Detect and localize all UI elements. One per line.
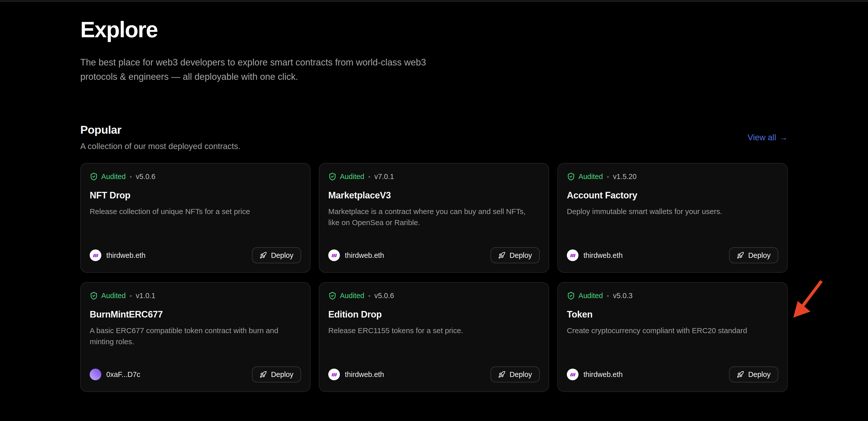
- thirdweb-avatar: [328, 369, 340, 380]
- thirdweb-logo-icon: [569, 372, 576, 377]
- deploy-button[interactable]: Deploy: [729, 366, 778, 383]
- contract-card-account-factory[interactable]: Audited • v1.5.20 Account Factory Deploy…: [557, 163, 788, 273]
- thirdweb-avatar: [567, 250, 578, 261]
- shield-check-icon: [328, 172, 336, 181]
- version-label: v1.0.1: [136, 291, 155, 300]
- version-label: v7.0.1: [374, 172, 394, 181]
- contract-description: Release ERC1155 tokens for a set price.: [328, 326, 528, 337]
- audited-badge: Audited: [328, 172, 364, 181]
- publisher-name: thirdweb.eth: [345, 370, 384, 379]
- popular-cards-grid: Audited • v5.0.6 NFT Drop Release collec…: [80, 163, 788, 392]
- dot-separator: •: [368, 173, 370, 180]
- contract-card-burnminterc677[interactable]: Audited • v1.0.1 BurnMintERC677 A basic …: [80, 282, 311, 392]
- arrow-right-icon: →: [779, 132, 788, 141]
- deploy-button[interactable]: Deploy: [252, 247, 301, 263]
- address-gradient-avatar: [90, 369, 101, 380]
- publisher-link[interactable]: thirdweb.eth: [328, 369, 384, 380]
- popular-header-text: Popular A collection of our most deploye…: [80, 123, 240, 151]
- audited-badge: Audited: [328, 291, 364, 300]
- deploy-button[interactable]: Deploy: [490, 247, 539, 263]
- view-all-label: View all: [748, 132, 776, 141]
- audited-label: Audited: [340, 291, 364, 300]
- thirdweb-avatar: [90, 250, 101, 261]
- shield-check-icon: [328, 291, 336, 300]
- publisher-name: thirdweb.eth: [583, 251, 623, 260]
- version-label: v5.0.6: [136, 172, 155, 181]
- deploy-button[interactable]: Deploy: [490, 366, 539, 383]
- badge-row: Audited • v5.0.6: [90, 172, 301, 181]
- contract-title: NFT Drop: [90, 190, 301, 201]
- badge-row: Audited • v1.0.1: [90, 291, 301, 300]
- deploy-label: Deploy: [271, 251, 293, 260]
- thirdweb-logo-icon: [92, 253, 99, 258]
- thirdweb-logo-icon: [331, 372, 338, 377]
- explore-page: Explore The best place for web3 develope…: [0, 0, 868, 421]
- audited-label: Audited: [579, 291, 603, 300]
- card-footer: thirdweb.eth Deploy: [328, 366, 539, 383]
- deploy-label: Deploy: [748, 251, 770, 260]
- contract-title: Account Factory: [567, 190, 778, 201]
- audited-label: Audited: [101, 172, 126, 181]
- thirdweb-avatar: [567, 369, 578, 380]
- audited-badge: Audited: [90, 172, 126, 181]
- rocket-icon: [737, 371, 744, 378]
- popular-section-title: Popular: [80, 123, 240, 137]
- rocket-icon: [737, 252, 744, 259]
- badge-row: Audited • v5.0.6: [328, 291, 539, 300]
- card-footer: thirdweb.eth Deploy: [567, 247, 778, 263]
- audited-badge: Audited: [567, 291, 603, 300]
- contract-card-nft-drop[interactable]: Audited • v5.0.6 NFT Drop Release collec…: [80, 163, 311, 273]
- version-label: v5.0.6: [374, 291, 394, 300]
- audited-label: Audited: [579, 172, 603, 181]
- card-footer: thirdweb.eth Deploy: [328, 247, 539, 263]
- view-all-link[interactable]: View all →: [748, 132, 787, 141]
- thirdweb-logo-icon: [331, 253, 338, 258]
- contract-title: Edition Drop: [328, 309, 539, 320]
- contract-description: A basic ERC677 compatible token contract…: [90, 326, 289, 348]
- publisher-link[interactable]: thirdweb.eth: [567, 250, 623, 261]
- card-footer: 0xaF...D7c Deploy: [90, 366, 301, 383]
- contract-title: MarketplaceV3: [328, 190, 539, 201]
- deploy-label: Deploy: [510, 370, 532, 379]
- contract-card-marketplacev3[interactable]: Audited • v7.0.1 MarketplaceV3 Marketpla…: [319, 163, 549, 273]
- thirdweb-avatar: [328, 250, 340, 261]
- dot-separator: •: [129, 292, 132, 300]
- contract-card-edition-drop[interactable]: Audited • v5.0.6 Edition Drop Release ER…: [319, 282, 549, 392]
- rocket-icon: [498, 371, 505, 378]
- contract-description: Create cryptocurrency compliant with ERC…: [567, 326, 766, 337]
- publisher-link[interactable]: thirdweb.eth: [328, 250, 384, 261]
- page-title: Explore: [80, 17, 788, 41]
- deploy-button[interactable]: Deploy: [252, 366, 301, 383]
- contract-title: BurnMintERC677: [90, 309, 301, 320]
- shield-check-icon: [567, 172, 575, 181]
- popular-section-header: Popular A collection of our most deploye…: [80, 123, 788, 151]
- dot-separator: •: [129, 173, 132, 180]
- shield-check-icon: [90, 172, 98, 181]
- deploy-label: Deploy: [748, 370, 770, 379]
- badge-row: Audited • v7.0.1: [328, 172, 539, 181]
- publisher-name: thirdweb.eth: [583, 370, 623, 379]
- contract-title: Token: [567, 309, 778, 320]
- deploy-button[interactable]: Deploy: [729, 247, 778, 263]
- publisher-link[interactable]: thirdweb.eth: [567, 369, 623, 380]
- rocket-icon: [498, 252, 505, 259]
- publisher-link[interactable]: thirdweb.eth: [90, 250, 146, 261]
- deploy-label: Deploy: [510, 251, 532, 260]
- badge-row: Audited • v5.0.3: [567, 291, 778, 300]
- page-subtitle: The best place for web3 developers to ex…: [80, 55, 456, 84]
- shield-check-icon: [90, 291, 98, 300]
- contract-description: Deploy immutable smart wallets for your …: [567, 206, 766, 218]
- shield-check-icon: [567, 291, 575, 300]
- publisher-link[interactable]: 0xaF...D7c: [90, 369, 140, 380]
- audited-badge: Audited: [90, 291, 126, 300]
- dot-separator: •: [607, 292, 609, 300]
- badge-row: Audited • v1.5.20: [567, 172, 778, 181]
- version-label: v5.0.3: [613, 291, 633, 300]
- card-footer: thirdweb.eth Deploy: [90, 247, 301, 263]
- contract-card-token[interactable]: Audited • v5.0.3 Token Create cryptocurr…: [557, 282, 788, 392]
- publisher-name: thirdweb.eth: [106, 251, 146, 260]
- thirdweb-logo-icon: [569, 253, 576, 258]
- version-label: v1.5.20: [613, 172, 637, 181]
- rocket-icon: [259, 252, 267, 259]
- deploy-label: Deploy: [271, 370, 293, 379]
